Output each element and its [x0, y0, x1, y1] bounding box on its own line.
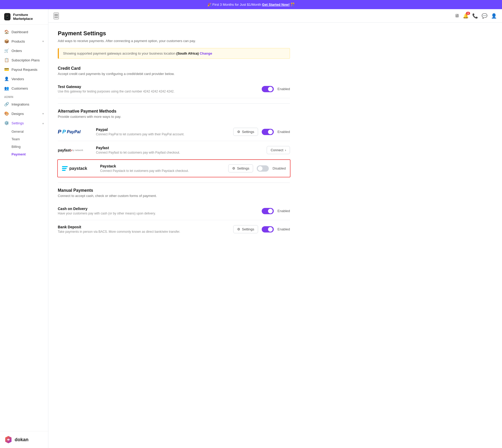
sidebar-item-label: Settings	[12, 121, 24, 125]
sidebar-item-products[interactable]: 📦 Products ▾	[0, 37, 48, 46]
sidebar-item-label: Subscription Plans	[12, 58, 40, 62]
notification-badge: 3	[466, 12, 470, 15]
cod-status: Enabled	[277, 209, 290, 213]
sidebar-item-subscription-plans[interactable]: 📋 Subscription Plans	[0, 55, 48, 65]
paypal-actions: ⚙ Settings Enabled	[233, 128, 290, 136]
chevron-down-icon: ▾	[42, 112, 44, 115]
sidebar-item-vendors[interactable]: 👤 Vendors	[0, 74, 48, 84]
test-gateway-status: Enabled	[277, 87, 290, 91]
sidebar-item-payout-requests[interactable]: 💳 Payout Requests	[0, 65, 48, 74]
test-gateway-name: Test Gateway	[58, 85, 258, 89]
section-divider-2	[58, 183, 290, 183]
paypal-info: Paypal Connect PayPal to let customers p…	[92, 127, 233, 136]
paystack-actions: ⚙ Settings Disabled	[228, 164, 286, 172]
main-content: Payment Settings Add ways to receive pay…	[48, 23, 502, 448]
page-subtitle: Add ways to receive payments. After conn…	[58, 39, 290, 43]
chevron-up-icon: ▴	[42, 121, 44, 125]
dokan-logo-icon	[4, 435, 13, 444]
cod-actions: Enabled	[262, 208, 290, 214]
chevron-right-icon: ›	[285, 148, 286, 152]
dashboard-icon: 🏠	[4, 30, 9, 34]
sidebar-logo: 📱 Furniture Marketplace	[0, 9, 48, 25]
sidebar-footer: dokan	[0, 431, 48, 448]
bank-deposit-desc: Take payments in person via BACS. More c…	[58, 230, 229, 234]
test-gateway-actions: Enabled	[262, 86, 290, 92]
paystack-icon	[62, 166, 68, 171]
test-gateway-item: Test Gateway Use this gateway for testin…	[58, 80, 290, 98]
top-header: ☰ 🖥 🔔 3 📞 💬 👤	[48, 9, 502, 23]
paypal-logo: PP PayPal	[58, 129, 92, 135]
sidebar-sub-billing[interactable]: Billing	[0, 143, 48, 150]
customers-icon: 👥	[4, 86, 9, 91]
chat-icon[interactable]: 💬	[482, 13, 487, 19]
bank-deposit-info: Bank Deposit Take payments in person via…	[58, 225, 233, 234]
sidebar-item-designs[interactable]: 🎨 Designs ▾	[0, 109, 48, 118]
screen-icon[interactable]: 🖥	[454, 13, 459, 19]
sidebar: 📱 Furniture Marketplace 🏠 Dashboard 📦 Pr…	[0, 9, 48, 448]
page-title: Payment Settings	[58, 30, 290, 37]
location-notice-text: Showing supported payment gateways accor…	[63, 51, 175, 55]
manual-payments-title: Manual Payments	[58, 188, 290, 193]
vendors-icon: 👤	[4, 77, 9, 81]
sidebar-sub-team[interactable]: Team	[0, 135, 48, 143]
bank-deposit-toggle[interactable]	[262, 226, 274, 232]
sidebar-sub-payment[interactable]: Payment	[0, 150, 48, 158]
subscription-icon: 📋	[4, 58, 9, 62]
change-location-link[interactable]: Change	[200, 51, 212, 55]
cod-toggle[interactable]	[262, 208, 274, 214]
sidebar-item-label: Vendors	[12, 77, 24, 81]
bank-deposit-actions: ⚙ Settings Enabled	[233, 225, 290, 233]
test-gateway-toggle[interactable]	[262, 86, 274, 92]
sidebar-item-customers[interactable]: 👥 Customers	[0, 84, 48, 93]
payfast-info: Payfast Connect Payfast to let customers…	[92, 146, 267, 154]
sidebar-nav: 🏠 Dashboard 📦 Products ▾ 🛒 Orders 📋 Subs…	[0, 25, 48, 431]
gear-icon: ⚙	[237, 227, 240, 231]
paystack-settings-button[interactable]: ⚙ Settings	[228, 164, 253, 172]
orders-icon: 🛒	[4, 48, 9, 53]
sidebar-sub-general[interactable]: General	[0, 128, 48, 135]
payfast-logo: payfast› by network	[58, 148, 92, 153]
logo-icon: 📱	[4, 13, 10, 20]
payfast-connect-button[interactable]: Connect ›	[267, 146, 290, 154]
toggle-knob	[268, 227, 273, 232]
banner-text: 🎉 First 3 Months for Just $1/Month	[207, 3, 261, 7]
section-divider	[58, 103, 290, 104]
menu-button[interactable]: ☰	[54, 13, 59, 19]
alt-payments-subtitle: Provide customers with more ways to pay.	[58, 115, 290, 119]
payfast-actions: Connect ›	[267, 146, 290, 154]
paystack-name: Paystack	[100, 164, 224, 168]
paypal-item: PP PayPal Paypal Connect PayPal to let c…	[58, 123, 290, 141]
paypal-settings-button[interactable]: ⚙ Settings	[233, 128, 258, 136]
sub-item-label: Payment	[12, 152, 26, 156]
payfast-item: payfast› by network Payfast Connect Payf…	[58, 141, 290, 159]
sidebar-item-label: Products	[12, 39, 25, 43]
alt-payments-title: Alternative Payment Methods	[58, 109, 290, 114]
sidebar-item-orders[interactable]: 🛒 Orders	[0, 46, 48, 55]
sidebar-item-label: Orders	[12, 49, 22, 53]
sub-item-label: General	[12, 130, 24, 133]
paypal-toggle[interactable]	[262, 129, 274, 135]
sub-item-label: Team	[12, 137, 20, 141]
banner-cta[interactable]: Get Started Now!	[262, 3, 289, 7]
sidebar-item-dashboard[interactable]: 🏠 Dashboard	[0, 27, 48, 37]
dokan-text: dokan	[15, 437, 28, 443]
payfast-name: Payfast	[96, 146, 263, 150]
sidebar-item-label: Payout Requests	[12, 68, 37, 72]
gear-icon: ⚙	[237, 130, 240, 134]
products-icon: 📦	[4, 39, 9, 44]
chevron-down-icon: ▾	[42, 40, 44, 43]
phone-icon[interactable]: 📞	[472, 13, 478, 19]
bank-deposit-name: Bank Deposit	[58, 225, 229, 229]
top-banner: 🎉 First 3 Months for Just $1/Month Get S…	[0, 0, 502, 9]
bell-icon[interactable]: 🔔 3	[463, 13, 469, 19]
sidebar-item-settings[interactable]: ⚙️ Settings ▴	[0, 118, 48, 128]
banner-emoji: 🎊	[290, 3, 295, 7]
paystack-toggle[interactable]	[257, 165, 269, 172]
credit-card-section-title: Credit Card	[58, 66, 290, 71]
bank-deposit-settings-button[interactable]: ⚙ Settings	[233, 225, 258, 233]
sidebar-item-integrations[interactable]: 🔗 Integrations	[0, 100, 48, 109]
paypal-desc: Connect PayPal to let customers pay with…	[96, 132, 229, 136]
user-icon[interactable]: 👤	[491, 13, 497, 19]
header-actions: 🖥 🔔 3 📞 💬 👤	[454, 13, 497, 19]
settings-icon: ⚙️	[4, 121, 9, 125]
